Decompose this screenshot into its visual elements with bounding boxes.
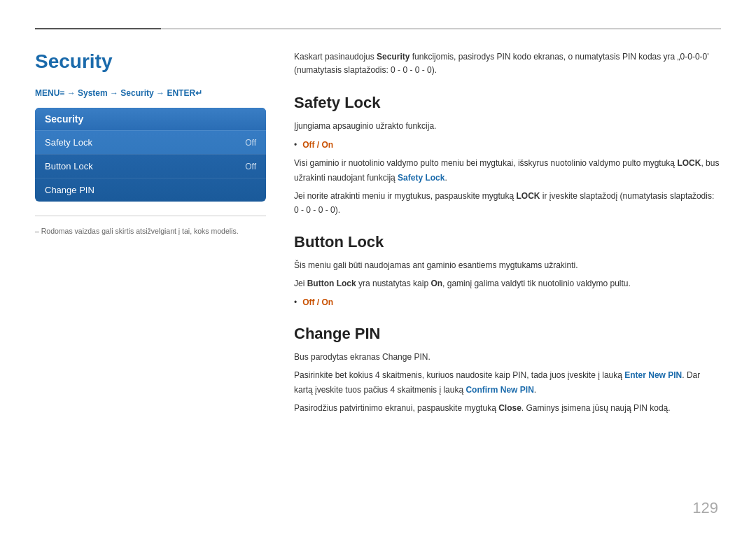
- page-number: 129: [692, 499, 718, 517]
- menu-panel-title: Security: [35, 108, 266, 130]
- section-button-lock: Button Lock Šis meniu gali būti naudojam…: [294, 233, 721, 309]
- safety-lock-para3: Jei norite atrakinti meniu ir mygtukus, …: [294, 189, 721, 218]
- button-lock-option: Off / On: [302, 295, 333, 309]
- section-body-change-pin: Bus parodytas ekranas Change PIN. Pasiri…: [294, 350, 721, 416]
- footnote: – Rodomas vaizdas gali skirtis atsižvelg…: [35, 216, 266, 237]
- menu-item-button-lock[interactable]: Button Lock Off: [35, 154, 266, 178]
- left-column: Security MENU≡ → System → Security → ENT…: [35, 50, 266, 513]
- change-pin-para1: Bus parodytas ekranas Change PIN.: [294, 350, 721, 364]
- section-body-safety-lock: Įjungiama apsauginio užrakto funkcija. O…: [294, 119, 721, 217]
- safety-lock-para2: Visi gaminio ir nuotolinio valdymo pulto…: [294, 156, 721, 185]
- content-area: Security MENU≡ → System → Security → ENT…: [35, 50, 721, 513]
- section-title-change-pin: Change PIN: [294, 325, 721, 343]
- menu-item-value: Off: [245, 138, 256, 148]
- button-lock-para1: Šis meniu gali būti naudojamas ant gamin…: [294, 258, 721, 272]
- safety-lock-bullet1: Off / On: [294, 138, 721, 152]
- right-column: Kaskart pasinaudojus Security funkcijomi…: [294, 50, 721, 513]
- section-title-button-lock: Button Lock: [294, 233, 721, 251]
- menu-item-label: Button Lock: [45, 161, 93, 171]
- section-title-safety-lock: Safety Lock: [294, 94, 721, 112]
- page-title: Security: [35, 50, 266, 73]
- menu-item-change-pin[interactable]: Change PIN: [35, 178, 266, 202]
- change-pin-para3: Pasirodžius patvirtinimo ekranui, paspau…: [294, 401, 721, 415]
- menu-item-safety-lock[interactable]: Safety Lock Off: [35, 130, 266, 154]
- section-change-pin: Change PIN Bus parodytas ekranas Change …: [294, 325, 721, 416]
- top-line: [35, 28, 721, 29]
- button-lock-para2: Jei Button Lock yra nustatytas kaip On, …: [294, 276, 721, 290]
- safety-lock-para1: Įjungiama apsauginio užrakto funkcija.: [294, 119, 721, 133]
- section-body-button-lock: Šis meniu gali būti naudojamas ant gamin…: [294, 258, 721, 309]
- button-lock-bullet1: Off / On: [294, 295, 721, 309]
- change-pin-para2: Pasirinkite bet kokius 4 skaitmenis, kur…: [294, 368, 721, 397]
- menu-item-label: Safety Lock: [45, 137, 92, 148]
- page: Security MENU≡ → System → Security → ENT…: [0, 0, 756, 534]
- section-safety-lock: Safety Lock Įjungiama apsauginio užrakto…: [294, 94, 721, 217]
- intro-text: Kaskart pasinaudojus Security funkcijomi…: [294, 50, 721, 77]
- safety-lock-option: Off / On: [302, 138, 333, 152]
- footnote-text: – Rodomas vaizdas gali skirtis atsižvelg…: [35, 227, 239, 235]
- breadcrumb-text: MENU≡ → System → Security → ENTER↵: [35, 88, 202, 98]
- menu-item-value: Off: [245, 162, 256, 171]
- menu-panel: Security Safety Lock Off Button Lock Off…: [35, 108, 266, 202]
- breadcrumb: MENU≡ → System → Security → ENTER↵: [35, 88, 266, 98]
- menu-item-label: Change PIN: [45, 185, 94, 195]
